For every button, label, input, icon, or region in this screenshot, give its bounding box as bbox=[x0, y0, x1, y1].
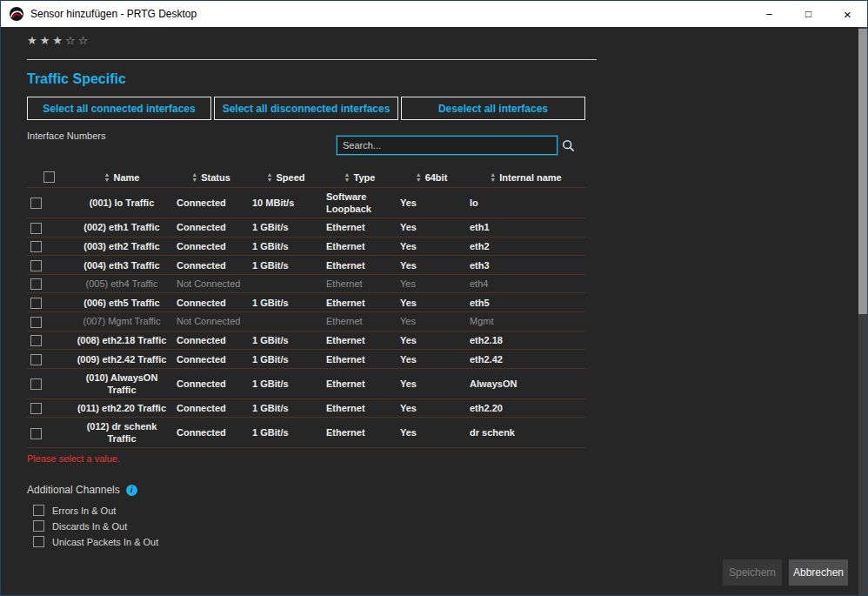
row-checkbox[interactable] bbox=[30, 260, 42, 271]
cell-internal-name: Mgmt bbox=[466, 312, 585, 331]
select-all-checkbox[interactable] bbox=[43, 171, 55, 183]
window-title: Sensor hinzufügen - PRTG Desktop bbox=[30, 8, 750, 20]
channel-option-unicast[interactable]: Unicast Packets In & Out bbox=[33, 536, 858, 547]
errors-checkbox[interactable] bbox=[33, 505, 44, 516]
row-checkbox[interactable] bbox=[30, 354, 42, 365]
titlebar[interactable]: Sensor hinzufügen - PRTG Desktop – □ × bbox=[1, 1, 867, 27]
cell-internal-name: eth1 bbox=[466, 218, 585, 238]
cell-checkbox bbox=[27, 293, 70, 312]
star-icon[interactable]: ★ bbox=[40, 34, 53, 47]
cell-name: (002) eth1 Traffic bbox=[70, 218, 173, 238]
cell-status: Not Connected bbox=[173, 312, 249, 331]
row-checkbox[interactable] bbox=[30, 241, 42, 252]
rating-stars[interactable]: ★★★☆☆ bbox=[27, 34, 858, 47]
row-checkbox[interactable] bbox=[30, 378, 42, 390]
header-select-all-cell bbox=[27, 168, 70, 188]
column-label: Status bbox=[201, 172, 230, 183]
cell-status: Connected bbox=[173, 188, 249, 218]
row-checkbox[interactable] bbox=[30, 403, 42, 414]
column-header-internal-name[interactable]: ▲▼Internal name bbox=[466, 168, 585, 188]
column-label: Type bbox=[354, 172, 376, 183]
info-icon[interactable]: i bbox=[126, 485, 137, 496]
star-icon[interactable]: ★ bbox=[27, 34, 40, 47]
additional-channels-label: Additional Channels bbox=[27, 484, 120, 496]
cell-type: Ethernet bbox=[323, 368, 397, 398]
minimize-button[interactable]: – bbox=[750, 1, 789, 27]
cell-status: Not Connected bbox=[173, 274, 249, 293]
column-header-64bit[interactable]: ▲▼64bit bbox=[397, 168, 466, 188]
column-label: 64bit bbox=[425, 172, 448, 183]
column-header-name[interactable]: ▲▼Name bbox=[70, 168, 173, 188]
cell-64bit: Yes bbox=[397, 218, 466, 238]
cell-internal-name: eth2.42 bbox=[466, 350, 585, 369]
search-icon[interactable] bbox=[562, 139, 575, 152]
select-disconnected-button[interactable]: Select all disconnected interfaces bbox=[214, 97, 398, 120]
deselect-all-button[interactable]: Deselect all interfaces bbox=[401, 97, 585, 120]
row-checkbox[interactable] bbox=[30, 428, 42, 439]
cell-internal-name: eth3 bbox=[466, 256, 585, 275]
cell-64bit: Yes bbox=[397, 312, 466, 331]
sort-icon: ▲▼ bbox=[267, 172, 273, 183]
cell-name: (001) lo Traffic bbox=[70, 188, 173, 218]
channel-option-label: Discards In & Out bbox=[52, 521, 127, 532]
table-row: (011) eth2.20 Traffic Connected 1 GBit/s… bbox=[27, 398, 585, 418]
dialog-content: ★★★☆☆ Traffic Specific Select all connec… bbox=[1, 27, 858, 595]
discards-checkbox[interactable] bbox=[33, 520, 44, 532]
cell-type: Ethernet bbox=[323, 398, 397, 418]
vertical-scrollbar[interactable] bbox=[858, 27, 867, 595]
cell-speed: 1 GBit/s bbox=[249, 350, 323, 369]
channel-option-discards[interactable]: Discards In & Out bbox=[33, 520, 858, 532]
cell-internal-name: eth4 bbox=[466, 274, 585, 293]
interface-table-header: ▲▼Name ▲▼Status ▲▼Speed ▲▼Type ▲▼64bit bbox=[27, 168, 585, 188]
row-checkbox[interactable] bbox=[30, 335, 42, 346]
scrollbar-thumb[interactable] bbox=[858, 29, 867, 314]
dialog-footer: Speichern Abbrechen bbox=[723, 559, 848, 586]
table-row: (005) eth4 Traffic Not Connected Etherne… bbox=[27, 274, 585, 293]
row-checkbox[interactable] bbox=[30, 198, 42, 209]
unicast-checkbox[interactable] bbox=[33, 536, 44, 547]
sort-icon: ▲▼ bbox=[191, 172, 197, 183]
cell-type: Ethernet bbox=[323, 312, 397, 331]
cell-checkbox bbox=[27, 256, 70, 275]
cell-type: Ethernet bbox=[323, 418, 397, 448]
close-button[interactable]: × bbox=[828, 1, 867, 27]
save-button[interactable]: Speichern bbox=[723, 559, 782, 586]
interface-numbers-band: Interface Numbers bbox=[27, 128, 585, 161]
cell-internal-name: eth2.20 bbox=[466, 398, 585, 418]
cell-64bit: Yes bbox=[397, 188, 466, 218]
sort-desc-icon: ▼ bbox=[191, 177, 197, 183]
cell-checkbox bbox=[27, 398, 70, 418]
row-checkbox[interactable] bbox=[30, 298, 42, 309]
cell-checkbox bbox=[27, 237, 70, 256]
row-checkbox[interactable] bbox=[30, 278, 42, 290]
search-input[interactable] bbox=[337, 136, 558, 155]
star-icon[interactable]: ☆ bbox=[78, 34, 91, 47]
cell-status: Connected bbox=[173, 398, 249, 418]
cell-speed: 1 GBit/s bbox=[249, 293, 323, 312]
column-header-status[interactable]: ▲▼Status bbox=[173, 168, 249, 188]
star-icon[interactable]: ☆ bbox=[65, 34, 78, 47]
cell-speed: 1 GBit/s bbox=[249, 331, 323, 350]
star-icon[interactable]: ★ bbox=[52, 34, 65, 47]
column-header-speed[interactable]: ▲▼Speed bbox=[249, 168, 323, 188]
select-connected-button[interactable]: Select all connected interfaces bbox=[27, 97, 211, 120]
additional-channels-header: Additional Channels i bbox=[27, 484, 858, 496]
cell-64bit: Yes bbox=[397, 237, 466, 256]
channel-option-errors[interactable]: Errors In & Out bbox=[33, 505, 858, 516]
maximize-button[interactable]: □ bbox=[789, 1, 828, 27]
row-checkbox[interactable] bbox=[30, 317, 42, 328]
cell-name: (005) eth4 Traffic bbox=[70, 274, 173, 293]
cell-internal-name: eth2 bbox=[466, 237, 585, 256]
table-row: (003) eth2 Traffic Connected 1 GBit/s Et… bbox=[27, 237, 585, 256]
cell-type: Ethernet bbox=[323, 218, 397, 238]
cell-name: (003) eth2 Traffic bbox=[70, 237, 173, 256]
sort-icon: ▲▼ bbox=[416, 172, 422, 183]
cell-64bit: Yes bbox=[397, 331, 466, 350]
row-checkbox[interactable] bbox=[30, 223, 42, 234]
cancel-button[interactable]: Abbrechen bbox=[789, 559, 848, 586]
cell-name: (012) dr schenk Traffic bbox=[70, 418, 173, 448]
column-label: Speed bbox=[276, 172, 304, 183]
column-header-type[interactable]: ▲▼Type bbox=[323, 168, 397, 188]
cell-internal-name: lo bbox=[466, 188, 585, 218]
cell-name: (006) eth5 Traffic bbox=[70, 293, 173, 312]
